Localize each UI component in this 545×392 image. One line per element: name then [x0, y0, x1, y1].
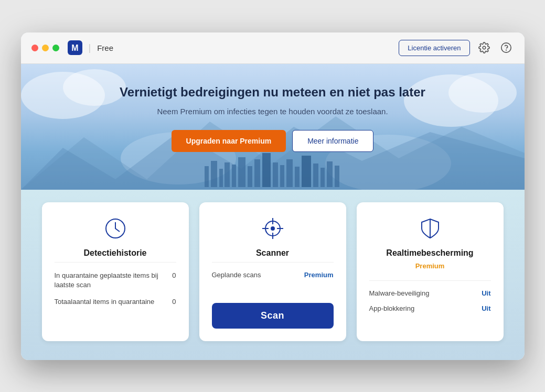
logo-divider: | [89, 42, 91, 53]
edition-label: Free [97, 43, 113, 52]
realtime-premium-badge: Premium [369, 262, 491, 270]
svg-rect-29 [327, 161, 333, 187]
svg-point-7 [404, 74, 498, 127]
hero-heading: Vernietigt bedreigingen nu meteen en nie… [31, 85, 514, 100]
svg-rect-28 [320, 168, 325, 187]
malware-protection-row: Malware-beveiliging Uit [369, 289, 491, 297]
upgrade-premium-button[interactable]: Upgraden naar Premium [172, 130, 286, 152]
detection-icon-container [55, 217, 176, 240]
svg-rect-19 [248, 166, 252, 187]
app-blocking-label: App-blokkering [369, 304, 415, 312]
svg-rect-25 [295, 167, 300, 187]
hero-background [21, 64, 525, 190]
svg-rect-16 [225, 162, 230, 187]
svg-rect-21 [262, 153, 271, 187]
realtime-protection-card: Realtimebescherming Premium Malware-beve… [357, 202, 504, 341]
svg-rect-15 [219, 169, 223, 187]
more-info-button[interactable]: Meer informatie [292, 130, 373, 152]
svg-rect-14 [211, 161, 217, 187]
svg-rect-27 [313, 164, 318, 187]
detection-title: Detectiehistorie [55, 248, 176, 258]
gear-icon [478, 42, 490, 53]
svg-rect-23 [280, 165, 284, 187]
hero-banner: Vernietigt bedreigingen nu meteen en nie… [21, 64, 525, 190]
settings-button[interactable] [476, 40, 492, 56]
scheduled-scans-label: Geplande scans [212, 271, 261, 279]
svg-rect-24 [286, 159, 293, 187]
scanner-title: Scanner [212, 248, 334, 258]
titlebar: M | Free Licentie activeren [21, 32, 525, 64]
scheduled-scans-row: Geplande scans Premium [212, 271, 334, 279]
traffic-lights [31, 45, 59, 51]
svg-point-3 [501, 43, 510, 52]
cards-section: Detectiehistorie In quarantaine geplaats… [21, 190, 525, 360]
quarantine-total-label: Totaalaantal items in quarantaine [55, 297, 166, 307]
clock-icon [104, 217, 127, 240]
svg-rect-17 [232, 165, 236, 187]
titlebar-actions: Licentie activeren [399, 40, 514, 56]
question-icon [500, 42, 512, 53]
scanner-spacer [212, 286, 334, 297]
svg-rect-22 [273, 162, 278, 187]
scan-button[interactable]: Scan [212, 303, 334, 329]
quarantine-last-scan-label: In quarantaine geplaatste items bij laat… [55, 271, 166, 290]
svg-rect-26 [302, 156, 311, 187]
activate-license-button[interactable]: Licentie activeren [399, 40, 469, 56]
malware-protection-status: Uit [482, 289, 490, 297]
app-blocking-status: Uit [482, 304, 490, 312]
hero-subtext: Neem Premium om infecties tegen te houde… [31, 106, 514, 118]
scanner-divider [212, 262, 334, 263]
scanner-icon-container [212, 217, 334, 240]
minimize-button[interactable] [42, 45, 49, 51]
shield-icon-container [369, 217, 491, 240]
close-button[interactable] [31, 45, 38, 51]
svg-rect-30 [335, 166, 339, 187]
svg-point-2 [483, 46, 486, 49]
maximize-button[interactable] [52, 45, 59, 51]
shield-icon [419, 217, 442, 240]
realtime-divider [369, 280, 491, 281]
svg-rect-13 [205, 166, 209, 187]
app-blocking-row: App-blokkering Uit [369, 304, 491, 312]
detection-divider [55, 262, 176, 263]
quarantine-last-scan-value: 0 [166, 271, 176, 280]
quarantine-total-stat: Totaalaantal items in quarantaine 0 [55, 297, 176, 307]
malwarebytes-logo-icon: M [68, 40, 82, 55]
crosshair-icon [261, 217, 284, 240]
svg-text:M: M [71, 43, 78, 52]
quarantine-last-scan-stat: In quarantaine geplaatste items bij laat… [55, 271, 176, 290]
hero-buttons: Upgraden naar Premium Meer informatie [31, 130, 514, 152]
svg-marker-11 [21, 116, 525, 190]
realtime-title: Realtimebescherming [369, 248, 491, 258]
app-logo: M | Free [68, 40, 399, 55]
app-window: M | Free Licentie activeren [21, 32, 525, 360]
svg-point-37 [271, 227, 274, 230]
scanner-card: Scanner Geplande scans Premium Scan [199, 202, 346, 341]
quarantine-total-value: 0 [166, 297, 176, 307]
scheduled-scans-premium-badge[interactable]: Premium [304, 271, 334, 279]
svg-rect-20 [254, 159, 260, 187]
malware-protection-label: Malware-beveiliging [369, 289, 430, 297]
help-button[interactable] [498, 40, 514, 56]
detection-history-card: Detectiehistorie In quarantaine geplaats… [42, 202, 189, 341]
svg-rect-18 [238, 157, 245, 187]
